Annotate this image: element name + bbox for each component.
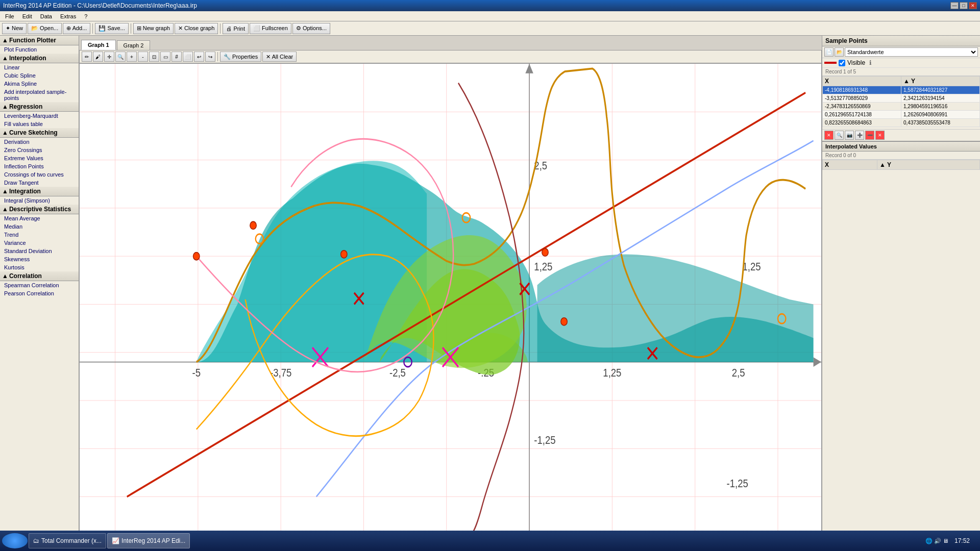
taskbar: 🗂 Total Commander (x... 📈 InterReg 2014 … <box>0 531 980 551</box>
sidebar-item-extreme-values[interactable]: Extreme Values <box>0 154 79 162</box>
sp-open-btn[interactable]: 📂 <box>835 47 844 57</box>
maximize-button[interactable]: □ <box>960 2 968 9</box>
print-button[interactable]: 🖨 Print <box>223 23 249 34</box>
sidebar: ▲ Function Plotter Plot Function ▲ Inter… <box>0 36 79 536</box>
menu-file[interactable]: File <box>2 13 17 20</box>
gt-undo[interactable]: ↩ <box>194 52 204 62</box>
sp-row[interactable]: -2,347831265508691,29804591196516 <box>823 103 980 111</box>
visible-checkbox[interactable] <box>839 60 845 66</box>
open-button[interactable]: 📂 Open... <box>28 23 62 34</box>
taskbar-interreg[interactable]: 📈 InterReg 2014 AP Edi... <box>107 533 190 548</box>
svg-text:-1,25: -1,25 <box>727 477 748 489</box>
tab-graph1[interactable]: Graph 1 <box>81 40 116 50</box>
sidebar-item-akima-spline[interactable]: Akima Spline <box>0 80 79 88</box>
save-button[interactable]: 💾 Save... <box>95 23 128 34</box>
sp-camera-btn[interactable]: 📷 <box>845 131 854 140</box>
sidebar-item-zero-crossings[interactable]: Zero Crossings <box>0 146 79 154</box>
interp-col-y: ▲ Y <box>877 160 979 170</box>
sidebar-item-fill-values[interactable]: Fill values table <box>0 120 79 128</box>
sidebar-item-skewness[interactable]: Skewness <box>0 255 79 263</box>
section-interpolation[interactable]: ▲ Interpolation <box>0 54 79 63</box>
sidebar-item-pearson[interactable]: Pearson Correlation <box>0 289 79 297</box>
sp-row[interactable]: 0,8232655086848630,437385035553478 <box>823 119 980 127</box>
sp-delete-btn[interactable]: ✕ <box>824 131 834 140</box>
sidebar-item-plot-function[interactable]: Plot Function <box>0 45 79 54</box>
svg-point-49 <box>193 253 200 260</box>
svg-point-52 <box>542 248 548 256</box>
gt-pencil[interactable]: ✏ <box>82 52 92 62</box>
new-button[interactable]: ✦ New <box>2 23 27 34</box>
section-integration[interactable]: ▲ Integration <box>0 187 79 196</box>
close-button[interactable]: ✕ <box>969 2 977 9</box>
sidebar-item-crossings-two-curves[interactable]: Crossings of two curves <box>0 170 79 179</box>
graph-canvas[interactable]: -5 -3,75 -2,5 -.25 1,25 2,5 2,5 1,25 -1,… <box>79 63 822 536</box>
menu-data[interactable]: Data <box>37 13 55 20</box>
properties-button[interactable]: 🔧 Properties <box>220 52 261 62</box>
section-curve-sketching[interactable]: ▲ Curve Sketching <box>0 128 79 138</box>
toolbar-sep-1 <box>92 23 93 34</box>
sidebar-item-variance[interactable]: Variance <box>0 239 79 247</box>
sidebar-item-trend[interactable]: Trend <box>0 231 79 239</box>
gt-zoom-in[interactable]: + <box>127 52 137 62</box>
options-button[interactable]: ⚙ Options... <box>292 23 330 34</box>
sidebar-item-spearman[interactable]: Spearman Correlation <box>0 281 79 289</box>
svg-text:1,25: 1,25 <box>742 260 761 273</box>
add-button[interactable]: ⊕ Add... <box>63 23 90 34</box>
graph-svg: -5 -3,75 -2,5 -.25 1,25 2,5 2,5 1,25 -1,… <box>80 64 821 535</box>
allclear-button[interactable]: ✕ All Clear <box>262 52 297 62</box>
gt-fit[interactable]: ⊡ <box>149 52 159 62</box>
minimize-button[interactable]: — <box>950 2 959 9</box>
gt-zoom-out[interactable]: - <box>138 52 148 62</box>
gt-brush[interactable]: 🖌 <box>93 52 103 62</box>
sidebar-item-add-interpolated[interactable]: Add interpolated sample-points <box>0 88 79 102</box>
start-button[interactable] <box>2 533 28 548</box>
fullscreen-button[interactable]: ⬜ Fullscreen <box>250 23 291 34</box>
menu-extras[interactable]: Extras <box>57 13 79 20</box>
graph-toolbar: ✏ 🖌 ✛ 🔍 + - ⊡ ▭ # ⬜ ↩ ↪ 🔧 Properties ✕ A… <box>79 50 822 63</box>
window-controls: — □ ✕ <box>950 2 977 9</box>
svg-text:-1,25: -1,25 <box>534 433 555 446</box>
sidebar-item-kurtosis[interactable]: Kurtosis <box>0 263 79 271</box>
sp-row[interactable]: -3,51327708850292,3421263194154 <box>823 94 980 103</box>
gt-move[interactable]: ✛ <box>104 52 114 62</box>
app-title: InterReg 2014 AP Edition - C:\Users\Detl… <box>3 2 197 9</box>
sp-add-btn[interactable]: ➕ <box>855 131 864 140</box>
sidebar-item-linear[interactable]: Linear <box>0 63 79 71</box>
menu-help[interactable]: ? <box>81 13 90 20</box>
info-icon: ℹ <box>869 59 872 66</box>
taskbar-total-commander[interactable]: 🗂 Total Commander (x... <box>29 533 106 548</box>
gt-grid[interactable]: # <box>172 52 182 62</box>
sidebar-item-mean[interactable]: Mean Average <box>0 214 79 222</box>
interpolated-title: Interpolated Values <box>822 142 980 152</box>
tab-graph2[interactable]: Graph 2 <box>117 40 151 50</box>
sidebar-item-cubic-spline[interactable]: Cubic Spline <box>0 71 79 80</box>
toolbar-sep-2 <box>131 23 131 34</box>
sp-remove-btn[interactable]: ➖ <box>865 131 874 140</box>
section-regression[interactable]: ▲ Regression <box>0 102 79 112</box>
section-function-plotter[interactable]: ▲ Function Plotter <box>0 36 79 45</box>
sidebar-item-median[interactable]: Median <box>0 222 79 231</box>
sidebar-item-draw-tangent[interactable]: Draw Tangent <box>0 179 79 187</box>
dataset-select[interactable]: Standardwerte <box>845 47 978 57</box>
svg-text:1,25: 1,25 <box>534 260 552 273</box>
sp-new-btn[interactable]: 📄 <box>824 47 834 57</box>
sp-clear-btn[interactable]: ✕ <box>875 131 885 140</box>
sidebar-item-levenberg[interactable]: Levenberg-Marquardt <box>0 112 79 120</box>
sidebar-item-inflection-points[interactable]: Inflection Points <box>0 162 79 170</box>
section-descriptive-stats[interactable]: ▲ Descriptive Statistics <box>0 205 79 214</box>
col-y-header: ▲ Y <box>901 77 980 86</box>
new-graph-button[interactable]: ⊞ New graph <box>133 23 174 34</box>
sp-binoculars-btn[interactable]: 🔍 <box>835 131 844 140</box>
gt-box[interactable]: ⬜ <box>183 52 193 62</box>
gt-zoom[interactable]: 🔍 <box>115 52 126 62</box>
sidebar-item-derivation[interactable]: Derivation <box>0 138 79 146</box>
sp-row[interactable]: 0,2612965517241381,26260940806991 <box>823 111 980 119</box>
sp-row[interactable]: -4,19081869313481,58728440321827 <box>823 86 980 94</box>
menu-edit[interactable]: Edit <box>19 13 35 20</box>
section-correlation[interactable]: ▲ Correlation <box>0 271 79 281</box>
gt-select[interactable]: ▭ <box>160 52 170 62</box>
sidebar-item-std-dev[interactable]: Standard Deviation <box>0 247 79 255</box>
close-graph-button[interactable]: ✕ Close graph <box>175 23 218 34</box>
sidebar-item-integral[interactable]: Integral (Simpson) <box>0 196 79 205</box>
gt-redo[interactable]: ↪ <box>205 52 215 62</box>
